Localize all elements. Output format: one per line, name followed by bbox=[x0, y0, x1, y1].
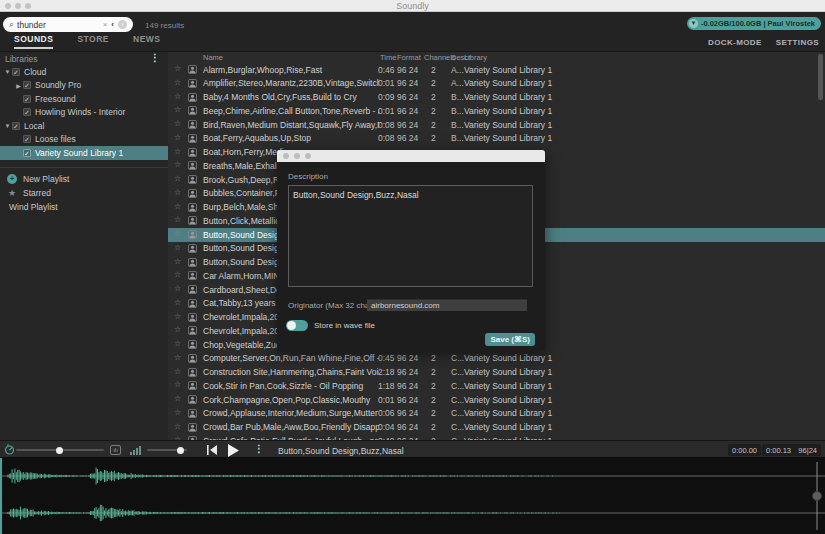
table-row[interactable]: ☆Alarm,Burglar,Whoop,Rise,Fast0:4696 242… bbox=[168, 63, 825, 77]
table-row[interactable]: ☆Baby,4 Months Old,Cry,Fuss,Build to Cry… bbox=[168, 91, 825, 105]
table-row[interactable]: ☆Cook,Stir in Pan,Cook,Sizzle - Oil Popp… bbox=[168, 379, 825, 393]
star-toggle-icon[interactable]: ☆ bbox=[174, 380, 181, 389]
playlist-item-starred[interactable]: ★Starred bbox=[0, 186, 168, 200]
star-toggle-icon[interactable]: ☆ bbox=[174, 408, 181, 417]
sidebar-item-cloud[interactable]: ▼✓Cloud bbox=[0, 65, 168, 79]
star-toggle-icon[interactable]: ☆ bbox=[174, 119, 181, 128]
sidebar-item-local[interactable]: ▼✓Local bbox=[0, 119, 168, 133]
star-toggle-icon[interactable]: ☆ bbox=[174, 64, 181, 73]
star-toggle-icon[interactable]: ☆ bbox=[174, 243, 181, 252]
table-row[interactable]: ☆Crowd,Bar Pub,Male,Aww,Boo,Friendly Dis… bbox=[168, 421, 825, 435]
star-toggle-icon[interactable]: ☆ bbox=[174, 257, 181, 266]
column-header-library[interactable]: Library bbox=[464, 53, 487, 62]
description-textarea[interactable]: Button,Sound Design,Buzz,Nasal bbox=[288, 185, 533, 287]
cell-format: 96 24 bbox=[397, 367, 418, 377]
star-toggle-icon[interactable]: ☆ bbox=[174, 325, 181, 334]
table-row[interactable]: ☆Construction Site,Hammering,Chains,Fain… bbox=[168, 366, 825, 380]
dock-mode-link[interactable]: DOCK-MODE bbox=[708, 38, 762, 47]
star-toggle-icon[interactable]: ☆ bbox=[174, 160, 181, 169]
sidebar-item-freesound[interactable]: ✓Freesound bbox=[0, 92, 168, 106]
star-toggle-icon[interactable]: ☆ bbox=[174, 215, 181, 224]
play-icon[interactable] bbox=[228, 444, 239, 457]
player-menu-icon[interactable]: ⋮ bbox=[254, 443, 264, 454]
star-toggle-icon[interactable]: ☆ bbox=[174, 394, 181, 403]
column-header-time[interactable]: Time bbox=[380, 53, 396, 62]
settings-link[interactable]: SETTINGS bbox=[776, 38, 819, 47]
playhead-marker[interactable] bbox=[0, 458, 2, 534]
star-toggle-icon[interactable]: ☆ bbox=[174, 105, 181, 114]
cell-format: 96 24 bbox=[397, 133, 418, 143]
libraries-menu-icon[interactable]: ⋮ bbox=[150, 52, 160, 63]
star-toggle-icon[interactable]: ☆ bbox=[174, 422, 181, 431]
star-toggle-icon[interactable]: ☆ bbox=[174, 133, 181, 142]
pitch-slider[interactable] bbox=[16, 449, 104, 451]
volume-slider[interactable] bbox=[147, 449, 187, 451]
playlist-item-new-playlist[interactable]: +New Playlist bbox=[0, 172, 168, 186]
tree-expander-icon[interactable]: ▼ bbox=[3, 123, 12, 129]
star-toggle-icon[interactable]: ☆ bbox=[174, 367, 181, 376]
table-row[interactable]: ☆Beep,Chime,Airline,Call Button,Tone,Rev… bbox=[168, 104, 825, 118]
cell-library: Variety Sound Library 1 bbox=[464, 395, 552, 405]
table-row[interactable]: ☆Computer,Server,On,Run,Fan Whine,Fine,O… bbox=[168, 352, 825, 366]
star-toggle-icon[interactable]: ☆ bbox=[174, 353, 181, 362]
star-toggle-icon[interactable]: ☆ bbox=[174, 312, 181, 321]
star-toggle-icon[interactable]: ☆ bbox=[174, 284, 181, 293]
library-checkbox[interactable]: ✓ bbox=[23, 95, 31, 103]
volume-slider-knob[interactable] bbox=[177, 447, 184, 454]
library-checkbox[interactable]: ✓ bbox=[23, 108, 31, 116]
table-scrollbar[interactable] bbox=[818, 54, 823, 100]
search-back-icon[interactable]: ‹ bbox=[111, 20, 114, 29]
library-checkbox[interactable]: ✓ bbox=[23, 81, 31, 89]
star-toggle-icon[interactable]: ☆ bbox=[174, 188, 181, 197]
table-row[interactable]: ☆Amplifier,Stereo,Marantz,2230B,Vintage,… bbox=[168, 77, 825, 91]
clear-search-icon[interactable]: × bbox=[103, 20, 108, 29]
dialog-close-icon[interactable] bbox=[283, 153, 289, 159]
tree-expander-icon[interactable]: ▶ bbox=[14, 82, 23, 89]
star-toggle-icon[interactable]: ☆ bbox=[174, 147, 181, 156]
search-value[interactable]: thunder bbox=[17, 20, 101, 30]
pitch-slider-knob[interactable] bbox=[56, 447, 63, 454]
dialog-traffic-lights[interactable] bbox=[283, 153, 311, 159]
pitch-icon[interactable] bbox=[4, 444, 15, 455]
column-header-format[interactable]: Format bbox=[397, 53, 421, 62]
star-toggle-icon[interactable]: ☆ bbox=[174, 92, 181, 101]
end-marker-handle[interactable] bbox=[813, 492, 822, 501]
dialog-minimize-icon[interactable] bbox=[294, 153, 300, 159]
tab-news[interactable]: NEWS bbox=[133, 34, 161, 49]
playlist-item-wind-playlist[interactable]: Wind Playlist bbox=[0, 200, 168, 214]
star-toggle-icon[interactable]: ☆ bbox=[174, 229, 181, 238]
star-toggle-icon[interactable]: ☆ bbox=[174, 202, 181, 211]
search-forward-icon[interactable]: › bbox=[118, 20, 127, 29]
column-header-name[interactable]: Name bbox=[203, 53, 223, 62]
library-checkbox[interactable]: ✓ bbox=[23, 135, 31, 143]
account-button[interactable]: ▼ -0.02GB/100.0GB | Paul Virostek bbox=[687, 17, 821, 30]
sidebar-item-howling-winds-interior[interactable]: ✓Howling Winds - Interior bbox=[0, 106, 168, 120]
library-checkbox[interactable]: ✓ bbox=[23, 149, 31, 157]
tree-expander-icon[interactable]: ▼ bbox=[3, 69, 12, 75]
tab-store[interactable]: STORE bbox=[77, 34, 109, 49]
library-checkbox[interactable]: ✓ bbox=[12, 122, 20, 130]
tab-sounds[interactable]: SOUNDS bbox=[14, 34, 53, 49]
sidebar-item-soundly-pro[interactable]: ▶✓Soundly Pro bbox=[0, 79, 168, 93]
star-toggle-icon[interactable]: ☆ bbox=[174, 270, 181, 279]
star-toggle-icon[interactable]: ☆ bbox=[174, 78, 181, 87]
store-in-wave-toggle[interactable] bbox=[286, 320, 308, 331]
save-button[interactable]: Save (⌘S) bbox=[485, 333, 535, 346]
library-checkbox[interactable]: ✓ bbox=[12, 68, 20, 76]
search-input[interactable]: ⌕ thunder × ‹ › bbox=[3, 17, 133, 32]
table-row[interactable]: ☆Bird,Raven,Medium Distant,Squawk,Fly Aw… bbox=[168, 118, 825, 132]
star-toggle-icon[interactable]: ☆ bbox=[174, 339, 181, 348]
table-row[interactable]: ☆Boat,Ferry,Aquabus,Up,Stop0:0896 242B..… bbox=[168, 132, 825, 146]
originator-field[interactable]: airbornesound.com bbox=[367, 299, 527, 311]
sidebar-item-variety-sound-library-1[interactable]: ✓Variety Sound Library 1 bbox=[0, 146, 168, 160]
star-toggle-icon[interactable]: ☆ bbox=[174, 298, 181, 307]
pitch-range-icon[interactable]: ılı bbox=[110, 445, 121, 455]
sidebar-item-loose-files[interactable]: ✓Loose files bbox=[0, 133, 168, 147]
waveform-display[interactable] bbox=[0, 458, 825, 534]
waveform-panel[interactable] bbox=[0, 458, 825, 534]
table-row[interactable]: ☆Cork,Champagne,Open,Pop,Classic,Mouthy0… bbox=[168, 393, 825, 407]
skip-to-start-icon[interactable] bbox=[207, 445, 218, 455]
dialog-zoom-icon[interactable] bbox=[305, 153, 311, 159]
star-toggle-icon[interactable]: ☆ bbox=[174, 174, 181, 183]
table-row[interactable]: ☆Crowd,Applause,Interior,Medium,Surge,Mu… bbox=[168, 407, 825, 421]
